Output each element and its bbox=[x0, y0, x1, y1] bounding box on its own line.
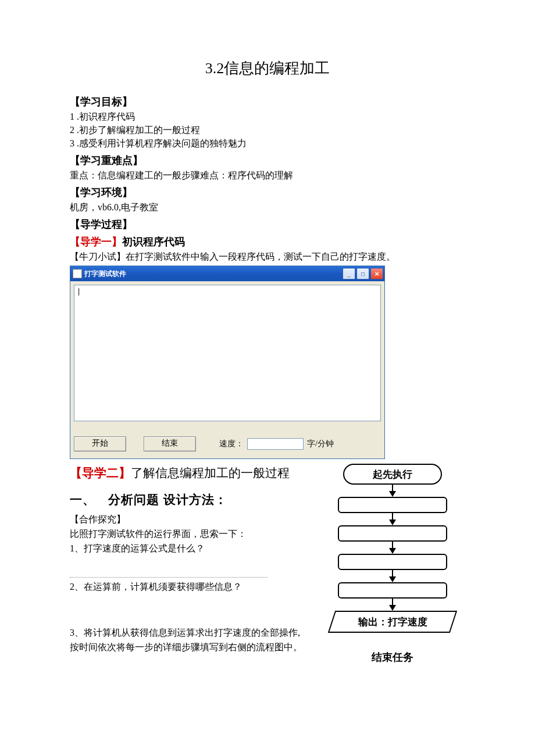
flow-arrow bbox=[389, 570, 396, 582]
speed-label: 速度： bbox=[219, 439, 244, 449]
analysis-intro: 比照打字测试软件的运行界面，思索一下： bbox=[70, 528, 314, 540]
guide1-rest: 初识程序代码 bbox=[122, 236, 185, 248]
flow-end: 结束任务 bbox=[372, 650, 413, 664]
window-controls: _ □ ✕ bbox=[343, 268, 383, 280]
minimize-button[interactable]: _ bbox=[343, 268, 355, 280]
dotted-divider bbox=[70, 577, 268, 578]
guide1-heading: 【导学一】初识程序代码 bbox=[70, 235, 465, 249]
flow-arrow bbox=[389, 485, 396, 497]
coop-label: 【合作探究】 bbox=[70, 514, 314, 526]
guide2-heading: 【导学二】了解信息编程加工的一般过程 bbox=[70, 465, 314, 481]
objectives-list: 1 .初识程序代码 2 .初步了解编程加工的一般过程 3 .感受利用计算机程序解… bbox=[70, 111, 465, 150]
window-title: 打字测试软件 bbox=[84, 269, 126, 279]
analysis-q2: 2、在运算前，计算机须要获得哪些信息？ bbox=[70, 581, 314, 593]
flowchart: 起先执行 输出：打字速度 结束任务 bbox=[320, 464, 465, 664]
flow-arrow bbox=[389, 599, 396, 611]
start-button[interactable]: 开始 bbox=[74, 436, 126, 452]
window-titlebar: 打字测试软件 _ □ ✕ bbox=[70, 266, 384, 281]
end-button[interactable]: 结束 bbox=[144, 436, 196, 452]
maximize-button[interactable]: □ bbox=[356, 268, 369, 280]
window-bottom-bar: 开始 结束 速度： 字/分钟 bbox=[74, 421, 381, 455]
flow-arrow bbox=[389, 542, 396, 554]
flow-step bbox=[338, 525, 447, 542]
environment-text: 机房，vb6.0,电子教室 bbox=[70, 202, 465, 214]
key-points-text: 重点：信息编程建工的一般步骤难点：程序代码的理解 bbox=[70, 170, 465, 182]
objective-item: 2 .初步了解编程加工的一般过程 bbox=[70, 124, 465, 137]
heading-process: 【导学过程】 bbox=[70, 217, 465, 231]
flow-step bbox=[338, 497, 447, 513]
heading-environment: 【学习环境】 bbox=[70, 185, 465, 199]
objective-item: 3 .感受利用计算机程序解决问题的独特魅力 bbox=[70, 138, 465, 150]
flow-step bbox=[338, 554, 447, 570]
flow-step bbox=[338, 582, 447, 599]
heading-key-points: 【学习重难点】 bbox=[70, 153, 465, 167]
analysis-heading: 一、 分析问题 设计方法： bbox=[70, 492, 314, 508]
flow-arrow bbox=[389, 513, 396, 525]
analysis-q1: 1、打字速度的运算公式是什么？ bbox=[70, 543, 314, 555]
guide2-bracket: 【导学二】 bbox=[70, 466, 131, 479]
guide2-rest: 了解信息编程加工的一般过程 bbox=[131, 466, 290, 480]
window-body: | 开始 结束 速度： 字/分钟 bbox=[70, 281, 384, 458]
close-button[interactable]: ✕ bbox=[370, 268, 383, 280]
guide1-bracket: 【导学一】 bbox=[70, 236, 122, 248]
analysis-q3a: 3、将计算机从获得信息到运算求出打字速度的全部操作, bbox=[70, 627, 314, 639]
analysis-q3b: 按时间依次将每一步的详细步骤填写到右侧的流程图中。 bbox=[70, 642, 314, 654]
typing-test-window: 打字测试软件 _ □ ✕ | 开始 结束 速度： 字/分钟 bbox=[70, 266, 385, 459]
objective-item: 1 .初识程序代码 bbox=[70, 111, 465, 123]
app-icon bbox=[73, 269, 82, 278]
speed-input[interactable] bbox=[247, 438, 304, 450]
speed-unit: 字/分钟 bbox=[307, 439, 334, 449]
flow-output: 输出：打字速度 bbox=[328, 611, 457, 633]
typing-textarea[interactable]: | bbox=[74, 285, 381, 421]
page-title: 3.2信息的编程加工 bbox=[70, 58, 465, 78]
flow-start: 起先执行 bbox=[343, 464, 442, 485]
heading-objectives: 【学习目标】 bbox=[70, 95, 465, 109]
guide1-tryout: 【牛刀小试】在打字测试软件中输入一段程序代码，测试一下自己的打字速度。 bbox=[70, 251, 465, 263]
